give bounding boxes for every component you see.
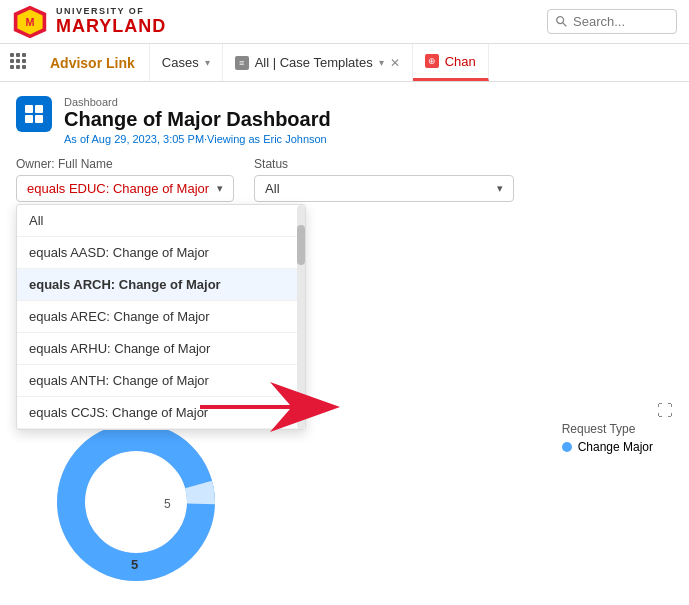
- dashboard-title-area: Dashboard Change of Major Dashboard As o…: [64, 96, 331, 145]
- donut-label-top: 5: [164, 497, 171, 511]
- tab-chan-label: Chan: [445, 54, 476, 69]
- svg-rect-14: [25, 105, 33, 113]
- owner-filter-select[interactable]: equals EDUC: Change of Major ▾: [16, 175, 234, 202]
- svg-rect-7: [22, 53, 26, 57]
- svg-rect-12: [16, 65, 20, 69]
- dashboard-section-label: Dashboard: [64, 96, 331, 108]
- dashboard-meta: As of Aug 29, 2023, 3:05 PM·Viewing as E…: [64, 133, 331, 145]
- svg-rect-8: [10, 59, 14, 63]
- logo-text: UNIVERSITY OF MARYLAND: [56, 7, 166, 37]
- svg-line-4: [563, 23, 566, 26]
- case-templates-icon: ≡: [235, 56, 249, 70]
- svg-point-3: [557, 17, 564, 24]
- legend-item-change-major: Change Major: [562, 440, 653, 454]
- legend-title: Request Type: [562, 422, 653, 436]
- search-icon: [556, 15, 567, 28]
- dropdown-item-arhu[interactable]: equals ARHU: Change of Major: [17, 333, 305, 365]
- svg-marker-18: [200, 382, 340, 432]
- svg-rect-6: [16, 53, 20, 57]
- expand-icon[interactable]: ⛶: [657, 402, 673, 420]
- tab-chan[interactable]: ⊕ Chan: [413, 44, 489, 81]
- donut-label-bottom: 5: [131, 557, 138, 572]
- tab-case-templates-label: All | Case Templates: [255, 55, 373, 70]
- legend-label: Change Major: [578, 440, 653, 454]
- owner-filter-label: Owner: Full Name: [16, 157, 234, 171]
- search-box[interactable]: [547, 9, 677, 34]
- tab-cases-label: Cases: [162, 55, 199, 70]
- top-bar: M UNIVERSITY OF MARYLAND: [0, 0, 689, 44]
- svg-rect-5: [10, 53, 14, 57]
- dropdown-item-arch[interactable]: equals ARCH: Change of Major: [17, 269, 305, 301]
- status-filter-group: Status All ▾: [254, 157, 514, 202]
- chart-area: ⛶ Request Type Change Major 5 5: [16, 402, 673, 602]
- dashboard-header: Dashboard Change of Major Dashboard As o…: [16, 96, 673, 145]
- chevron-down-icon-2: ▾: [379, 57, 384, 68]
- tab-case-templates[interactable]: ≡ All | Case Templates ▾ ✕: [223, 44, 413, 81]
- owner-filter-group: Owner: Full Name equals EDUC: Change of …: [16, 157, 234, 202]
- request-type-legend: Request Type Change Major: [562, 422, 653, 454]
- dashboard-icon: [16, 96, 52, 132]
- svg-rect-15: [35, 105, 43, 113]
- svg-rect-10: [22, 59, 26, 63]
- advisor-link-label: Advisor Link: [36, 44, 150, 81]
- umd-logo: M: [12, 4, 48, 40]
- scrollbar-thumb: [297, 225, 305, 265]
- dropdown-item-aasd[interactable]: equals AASD: Change of Major: [17, 237, 305, 269]
- tab-cases[interactable]: Cases ▾: [150, 44, 223, 81]
- nav-tabs: Cases ▾ ≡ All | Case Templates ▾ ✕ ⊕ Cha…: [150, 44, 689, 81]
- owner-filter-arrow: ▾: [217, 182, 223, 195]
- svg-rect-13: [22, 65, 26, 69]
- status-filter-value: All: [265, 181, 489, 196]
- svg-rect-16: [25, 115, 33, 123]
- dashboard-title: Change of Major Dashboard: [64, 108, 331, 131]
- status-filter-select[interactable]: All ▾: [254, 175, 514, 202]
- nav-bar: Advisor Link Cases ▾ ≡ All | Case Templa…: [0, 44, 689, 82]
- owner-filter-value: equals EDUC: Change of Major: [27, 181, 209, 196]
- svg-rect-17: [35, 115, 43, 123]
- dropdown-item-all[interactable]: All: [17, 205, 305, 237]
- main-content: Dashboard Change of Major Dashboard As o…: [0, 82, 689, 605]
- dropdown-item-arec[interactable]: equals AREC: Change of Major: [17, 301, 305, 333]
- maryland-label: MARYLAND: [56, 17, 166, 37]
- svg-rect-11: [10, 65, 14, 69]
- svg-rect-9: [16, 59, 20, 63]
- svg-text:M: M: [26, 15, 35, 27]
- svg-point-20: [71, 437, 201, 567]
- filters-row: Owner: Full Name equals EDUC: Change of …: [16, 157, 673, 202]
- grid-icon[interactable]: [0, 53, 36, 73]
- logo-area: M UNIVERSITY OF MARYLAND: [12, 4, 166, 40]
- chan-tab-icon: ⊕: [425, 54, 439, 68]
- status-filter-arrow: ▾: [497, 182, 503, 195]
- search-input[interactable]: [573, 14, 668, 29]
- chevron-down-icon: ▾: [205, 57, 210, 68]
- close-tab-icon[interactable]: ✕: [390, 56, 400, 70]
- legend-dot: [562, 442, 572, 452]
- status-filter-label: Status: [254, 157, 514, 171]
